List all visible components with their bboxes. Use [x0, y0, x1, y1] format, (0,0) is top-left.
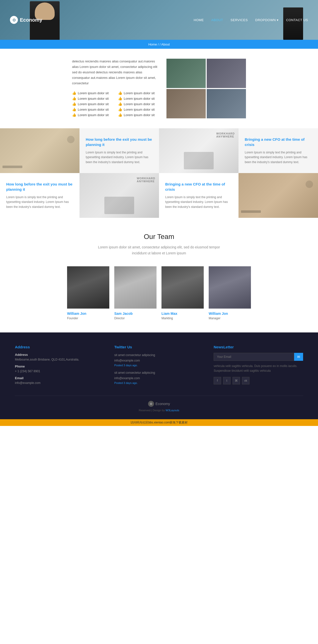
team-name-4: William Jon: [209, 312, 251, 316]
footer-tweet-1-email: info@example.com: [114, 358, 204, 363]
list-item: 👍Lorem ipsum dolor sit: [72, 91, 113, 95]
newsletter-input-row: ✉: [214, 353, 303, 361]
nav-about[interactable]: ABOUT: [211, 18, 223, 22]
footer-address-value: Melbourne,south Brisbane, QLD 4101,Aurst…: [15, 357, 104, 362]
thumb-icon: 👍: [72, 91, 76, 95]
team-title: Our Team: [10, 233, 308, 241]
portfolio-image-2: WORKHARDANYWHERE: [159, 128, 239, 173]
footer-phone-label: Phone: [15, 364, 104, 368]
portfolio-body-1: Lorem Ipsum is simply text the printing …: [86, 150, 153, 164]
footer-tweet-1-time: Posted 3 days ago.: [114, 364, 204, 367]
watermark-text: 访问码马社区bbs.xieniao.com获免下载素材: [130, 421, 188, 424]
footer-newsletter-col: NewsLetter ✉ vehicula velit sagittis veh…: [214, 345, 303, 388]
nav-services[interactable]: SERVICES: [231, 18, 248, 22]
about-features-list: 👍Lorem ipsum dolor sit 👍Lorem ipsum dolo…: [72, 91, 159, 117]
newsletter-email-input[interactable]: [214, 353, 294, 361]
about-section: delectus reiciendis maiores alias conseq…: [62, 59, 256, 118]
thumb-icon: 👍: [118, 108, 122, 112]
star-image: [207, 59, 246, 88]
footer-twitter-col: Twitter Us sit amet consectetur adipisci…: [114, 345, 204, 388]
vk-icon[interactable]: vk: [242, 377, 250, 384]
team-grid: William Jon Founder Sam Jacob Director L…: [62, 266, 256, 320]
thumb-icon: 👍: [72, 96, 76, 100]
list-item: 👍Lorem ipsum dolor sit: [118, 102, 159, 106]
footer-twitter-title: Twitter Us: [114, 345, 204, 349]
breadcrumb-separator: / /: [158, 42, 161, 46]
footer-tweet-1-text: sit amet consectetur adipiscing: [114, 353, 204, 357]
rss-icon[interactable]: ⌘: [233, 377, 240, 384]
team-photo-3: [161, 266, 204, 308]
thumb-icon: 👍: [72, 108, 76, 112]
portfolio-image-3: WORKHARDANYWHERE: [79, 173, 159, 218]
team-name-3: Liam Max: [161, 312, 204, 316]
thumb-icon: 👍: [118, 113, 122, 117]
portfolio-image-4: [239, 173, 318, 218]
header-object-image: [283, 8, 303, 40]
team-photo-1: [67, 266, 109, 308]
footer-phone-value: + 1 (234) 567 8901: [15, 369, 104, 374]
thumb-icon: 👍: [118, 102, 122, 106]
highfive-image: [207, 89, 246, 118]
footer-tweet-2-time: Posted 3 days ago.: [114, 382, 204, 384]
team-photo-2: [114, 266, 157, 308]
footer-newsletter-title: NewsLetter: [214, 345, 303, 349]
portfolio-text-4: Bringing a new CFO at the time of crisis…: [159, 173, 239, 218]
logo-icon: ⊙: [10, 16, 18, 24]
header: ⊙ Economy HOME ABOUT SERVICES DROPDOWN ▾…: [0, 0, 318, 40]
portfolio-text-2: Bringing a new CFO at the time of crisis…: [239, 128, 318, 173]
twitter-icon[interactable]: t: [223, 377, 231, 384]
nav-home[interactable]: HOME: [194, 18, 204, 22]
logo[interactable]: ⊙ Economy: [10, 16, 42, 24]
footer-address-col: Address Address Melbourne,south Brisbane…: [15, 345, 104, 388]
team-name-2: Sam Jacob: [114, 312, 157, 316]
footer-tweet-2: sit amet consectetur adipiscing info@exa…: [114, 370, 204, 384]
team-member-4: William Jon Manager: [209, 266, 251, 320]
footer-logo-icon: ⊙: [148, 401, 154, 407]
portfolio-body-4: Lorem Ipsum is simply text the printing …: [165, 195, 232, 209]
about-text-block: delectus reiciendis maiores alias conseq…: [72, 59, 159, 118]
business-image: [166, 89, 206, 118]
portfolio-section: How long before the exit you must be pla…: [0, 128, 318, 218]
footer-copyright-link[interactable]: W3Layouts: [166, 409, 179, 412]
nav-dropdown[interactable]: DROPDOWN ▾: [255, 18, 279, 22]
team-photo-4: [209, 266, 251, 308]
team-section: Our Team Lorem ipsum dolor sit amet, con…: [0, 218, 318, 332]
team-name-1: William Jon: [67, 312, 109, 316]
list-item: 👍Lorem ipsum dolor sit: [118, 96, 159, 100]
team-member-2: Sam Jacob Director: [114, 266, 157, 320]
main-nav: HOME ABOUT SERVICES DROPDOWN ▾ CONTACT U…: [194, 18, 308, 22]
footer: Address Address Melbourne,south Brisbane…: [0, 332, 318, 419]
list-item: 👍Lorem ipsum dolor sit: [118, 108, 159, 112]
team-member-1: William Jon Founder: [67, 266, 109, 320]
thumb-icon: 👍: [118, 96, 122, 100]
nav-contact[interactable]: CONTACT US: [286, 18, 308, 22]
team-role-4: Manager: [209, 316, 251, 320]
footer-email-value: info@example.com: [15, 381, 104, 386]
portfolio-title-3: How long before the exit you must be pla…: [6, 182, 73, 192]
thumb-icon: 👍: [118, 91, 122, 95]
footer-logo: ⊙ Economy: [148, 401, 170, 407]
footer-address-label: Address: [15, 353, 104, 356]
portfolio-title-2: Bringing a new CFO at the time of crisis: [245, 137, 312, 147]
newsletter-description: vehicula velit sagittis vehicula. Duis p…: [214, 364, 303, 373]
breadcrumb-bar: Home / / About: [0, 40, 318, 49]
logo-text: Economy: [20, 17, 42, 23]
about-images-grid: [166, 59, 246, 118]
portfolio-title-1: How long before the exit you must be pla…: [86, 137, 153, 147]
portfolio-image-1: [0, 128, 79, 173]
list-item: 👍Lorem ipsum dolor sit: [72, 113, 113, 117]
breadcrumb-home[interactable]: Home: [148, 42, 157, 46]
list-item: 👍Lorem ipsum dolor sit: [118, 91, 159, 95]
thumb-icon: 👍: [72, 102, 76, 106]
facebook-icon[interactable]: f: [214, 377, 221, 384]
portfolio-body-3: Lorem Ipsum is simply text the printing …: [6, 195, 73, 209]
portfolio-body-2: Lorem Ipsum is simply text the printing …: [245, 150, 312, 164]
list-item: 👍Lorem ipsum dolor sit: [72, 108, 113, 112]
newsletter-submit-button[interactable]: ✉: [294, 353, 303, 361]
footer-address-title: Address: [15, 345, 104, 349]
breadcrumb: Home / / About: [148, 42, 170, 46]
footer-tweet-2-text: sit amet consectetur adipiscing: [114, 370, 204, 375]
breadcrumb-current: About: [161, 42, 170, 46]
portfolio-text-3: How long before the exit you must be pla…: [0, 173, 79, 218]
footer-tweet-2-email: info@example.com: [114, 376, 204, 380]
